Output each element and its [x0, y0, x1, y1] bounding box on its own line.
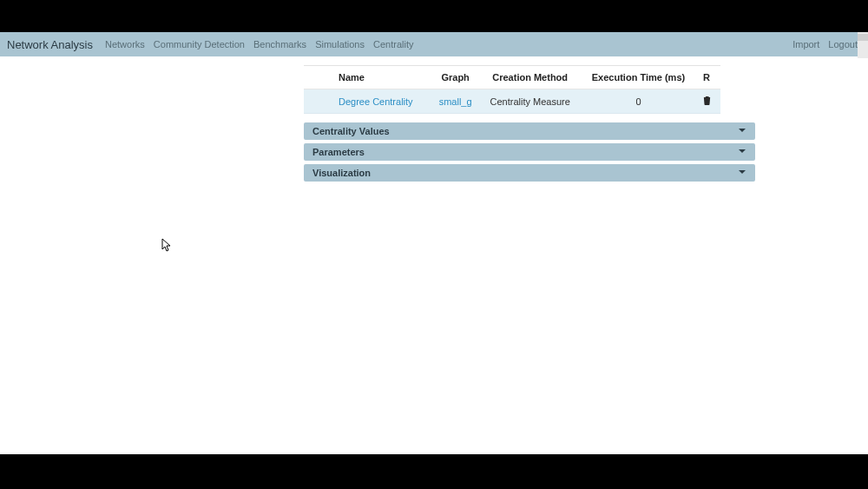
row-graph-link[interactable]: small_g — [439, 96, 472, 107]
accordion-centrality-values[interactable]: Centrality Values — [304, 122, 755, 140]
table-row[interactable]: Degree Centrality small_g Centrality Mea… — [304, 89, 720, 114]
chevron-down-icon — [738, 168, 746, 178]
content-area: Name Graph Creation Method Execution Tim… — [0, 56, 868, 182]
delete-icon[interactable] — [703, 96, 711, 107]
nav-link-benchmarks[interactable]: Benchmarks — [253, 39, 306, 50]
col-header-r: R — [696, 66, 720, 89]
col-header-name: Name — [304, 66, 431, 89]
scrollbar-thumb[interactable] — [858, 34, 868, 41]
chevron-down-icon — [738, 126, 746, 136]
chevron-down-icon — [738, 147, 746, 157]
nav-link-simulations[interactable]: Simulations — [315, 39, 365, 50]
letterbox-top — [0, 0, 868, 32]
results-table: Name Graph Creation Method Execution Tim… — [304, 65, 720, 114]
accordion-label: Centrality Values — [312, 126, 390, 136]
navbar: Network Analysis Networks Community Dete… — [0, 32, 868, 56]
mouse-cursor-icon — [161, 238, 172, 252]
results-table-wrap: Name Graph Creation Method Execution Tim… — [304, 65, 755, 114]
nav-link-networks[interactable]: Networks — [105, 39, 145, 50]
row-exec: 0 — [581, 89, 696, 114]
nav-link-centrality[interactable]: Centrality — [373, 39, 413, 50]
accordion-group: Centrality Values Parameters Visualizati… — [304, 122, 755, 182]
accordion-visualization[interactable]: Visualization — [304, 164, 755, 182]
row-creation: Centrality Measure — [479, 89, 580, 114]
accordion-label: Visualization — [312, 168, 371, 178]
accordion-parameters[interactable]: Parameters — [304, 143, 755, 161]
accordion-label: Parameters — [312, 147, 365, 157]
nav-right-group: Import Logout — [792, 39, 858, 50]
nav-link-import[interactable]: Import — [792, 39, 819, 50]
brand-title[interactable]: Network Analysis — [7, 38, 93, 51]
vertical-scrollbar[interactable] — [858, 32, 868, 58]
letterbox-bottom — [0, 454, 868, 489]
nav-link-logout[interactable]: Logout — [828, 39, 858, 50]
nav-left-group: Networks Community Detection Benchmarks … — [105, 39, 413, 50]
table-header-row: Name Graph Creation Method Execution Tim… — [304, 66, 720, 89]
col-header-creation: Creation Method — [479, 66, 580, 89]
row-name-link[interactable]: Degree Centrality — [339, 96, 413, 107]
col-header-exec: Execution Time (ms) — [581, 66, 696, 89]
col-header-graph: Graph — [431, 66, 480, 89]
nav-link-community-detection[interactable]: Community Detection — [154, 39, 245, 50]
